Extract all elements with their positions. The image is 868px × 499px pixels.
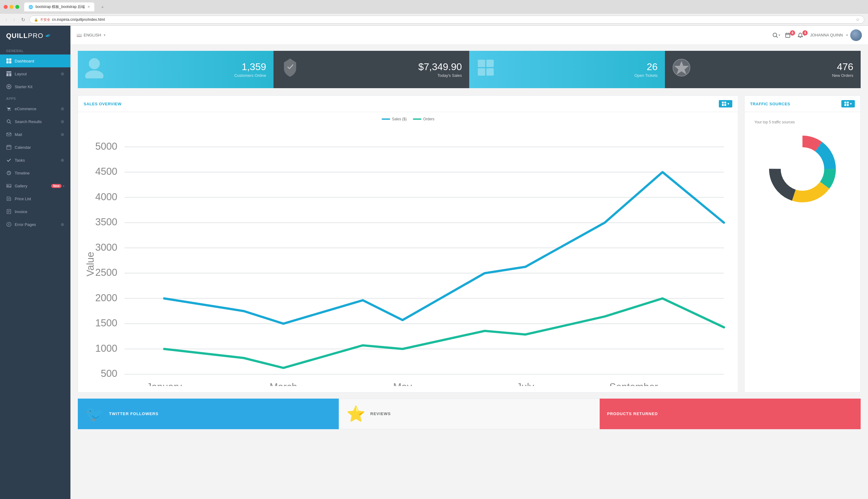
page-body: 1,359 Customers Online $7,349.90 Today's…	[70, 45, 868, 499]
sidebar-item-invoice[interactable]: Invoice	[0, 205, 70, 218]
svg-rect-80	[847, 104, 849, 106]
browser-tab[interactable]: 🌐 bootstrap 模板_bootstrap 后端 ✕	[24, 2, 94, 11]
user-name: JOHANNA QUINN	[810, 33, 843, 37]
svg-point-30	[9, 225, 9, 226]
traffic-chart-body: Your top 5 traffic sources	[745, 112, 860, 217]
url-bar[interactable]: 🔒 不安全 cn.inspinia.cn/quillpro/index.html…	[29, 16, 864, 24]
legend-sales-color	[382, 119, 390, 120]
customers-info: 1,359 Customers Online	[108, 61, 266, 78]
customers-value: 1,359	[108, 61, 266, 73]
sidebar-logo: QUILLPRO ✒	[0, 26, 70, 45]
reviews-info: REVIEWS	[370, 412, 391, 416]
main-content: 📖 ENGLISH ▾ ▾ 6 ▾ 4 ▾	[70, 26, 868, 499]
sidebar-item-label-layout: Layout	[15, 72, 61, 76]
sidebar-item-label-starter-kit: Starter Kit	[15, 85, 64, 89]
sidebar-item-dashboard[interactable]: Dashboard	[0, 54, 70, 68]
close-dot[interactable]	[4, 5, 8, 9]
svg-point-31	[773, 33, 777, 37]
traffic-dropdown-arrow: ▾	[850, 102, 852, 106]
sales-chart-container: 5000 4500 4000 3500 3000 2500 2000 1500 …	[83, 124, 733, 387]
svg-rect-42	[478, 68, 485, 76]
header-language-selector[interactable]: 📖 ENGLISH ▾	[76, 33, 105, 38]
notifications-button[interactable]: 4 ▾	[798, 33, 805, 38]
search-button[interactable]: ▾	[772, 33, 780, 38]
sidebar-item-timeline[interactable]: Timeline	[0, 167, 70, 179]
svg-point-39	[85, 70, 104, 78]
sidebar-item-layout[interactable]: Layout	[0, 68, 70, 80]
svg-rect-41	[486, 60, 494, 67]
orders-label: New Orders	[696, 73, 853, 78]
sidebar: QUILLPRO ✒ GENERAL Dashboard Layout	[0, 26, 70, 499]
sales-overview-panel: SALES OVERVIEW ▾ Sales ($)	[78, 96, 738, 392]
error-expand-icon	[61, 222, 64, 227]
svg-text:July: July	[516, 381, 534, 386]
svg-text:4500: 4500	[95, 166, 117, 177]
chart-legend: Sales ($) Orders	[83, 117, 733, 121]
svg-text:January: January	[147, 381, 182, 386]
timeline-icon	[6, 170, 12, 176]
tickets-value: 26	[500, 61, 658, 73]
traffic-chart-header: TRAFFIC SOURCES ▾	[745, 96, 860, 112]
avatar-image	[850, 29, 862, 41]
sidebar-item-mail[interactable]: Mail	[0, 128, 70, 141]
svg-rect-40	[478, 60, 485, 67]
reviews-title: REVIEWS	[370, 412, 391, 416]
sidebar-item-starter-kit[interactable]: Starter Kit	[0, 80, 70, 93]
bottom-card-products: PRODUCTS RETURNED	[600, 399, 861, 429]
browser-addressbar: ‹ › ↻ 🔒 不安全 cn.inspinia.cn/quillpro/inde…	[0, 14, 868, 25]
new-tab-button[interactable]: +	[97, 3, 108, 11]
logo-bold: QUILL	[6, 32, 28, 39]
search-results-icon	[6, 119, 12, 124]
sidebar-item-tasks[interactable]: Tasks	[0, 154, 70, 167]
sidebar-item-ecommerce[interactable]: eCommerce	[0, 102, 70, 115]
tickets-info: 26 Open Tickets	[500, 61, 658, 78]
search-dropdown-arrow: ▾	[779, 33, 780, 37]
tab-title: bootstrap 模板_bootstrap 后端	[36, 4, 85, 10]
bottom-card-twitter: 🐦 TWITTER FOLLOWERS	[78, 399, 339, 429]
legend-sales-label: Sales ($)	[392, 117, 407, 121]
svg-text:Value: Value	[85, 252, 96, 277]
reload-button[interactable]: ↻	[19, 16, 27, 23]
sidebar-item-gallery[interactable]: Gallery New ●	[0, 179, 70, 192]
traffic-chart-menu-button[interactable]: ▾	[841, 100, 855, 108]
insecure-label: 不安全	[40, 17, 50, 22]
svg-rect-78	[847, 102, 849, 104]
tab-close-button[interactable]: ✕	[87, 5, 90, 9]
traffic-subtitle: Your top 5 traffic sources	[752, 120, 795, 124]
app-container: QUILLPRO ✒ GENERAL Dashboard Layout	[0, 26, 868, 499]
svg-text:5000: 5000	[95, 141, 117, 152]
chart-dropdown-arrow: ▾	[727, 102, 729, 106]
sidebar-item-error-pages[interactable]: Error Pages	[0, 218, 70, 231]
sidebar-section-apps: APPS eCommerce Search Results Mai	[0, 93, 70, 231]
minimize-dot[interactable]	[10, 5, 13, 9]
sidebar-item-price-list[interactable]: Price List	[0, 192, 70, 205]
sidebar-item-label-calendar: Calendar	[15, 145, 64, 150]
mail-expand-icon	[61, 132, 64, 137]
sidebar-item-label-timeline: Timeline	[15, 171, 64, 175]
orders-value: 476	[696, 61, 853, 73]
orders-icon	[672, 59, 691, 81]
bookmark-icon[interactable]: ☆	[856, 17, 860, 22]
calendar-button[interactable]: 6 ▾	[785, 33, 793, 38]
stat-card-customers: 1,359 Customers Online	[78, 51, 274, 88]
svg-text:3000: 3000	[95, 242, 117, 253]
sales-icon	[281, 57, 299, 82]
language-dropdown-arrow: ▾	[104, 33, 105, 37]
sidebar-section-general: GENERAL Dashboard Layout Starter Kit	[0, 45, 70, 93]
legend-sales: Sales ($)	[382, 117, 407, 121]
gallery-badge-dot: ●	[63, 185, 64, 187]
sidebar-item-calendar[interactable]: Calendar	[0, 141, 70, 154]
sales-chart-menu-button[interactable]: ▾	[719, 100, 732, 108]
sidebar-item-label-invoice: Invoice	[15, 209, 64, 214]
sidebar-item-search-results[interactable]: Search Results	[0, 115, 70, 128]
invoice-icon	[6, 209, 12, 214]
user-menu[interactable]: JOHANNA QUINN ▾	[810, 29, 862, 41]
legend-orders-label: Orders	[423, 117, 435, 121]
maximize-dot[interactable]	[15, 5, 19, 9]
dashboard-icon	[6, 58, 12, 64]
svg-rect-2	[7, 61, 9, 63]
legend-orders: Orders	[413, 117, 435, 121]
svg-point-12	[7, 120, 10, 123]
forward-button[interactable]: ›	[11, 16, 16, 23]
back-button[interactable]: ‹	[4, 16, 9, 23]
